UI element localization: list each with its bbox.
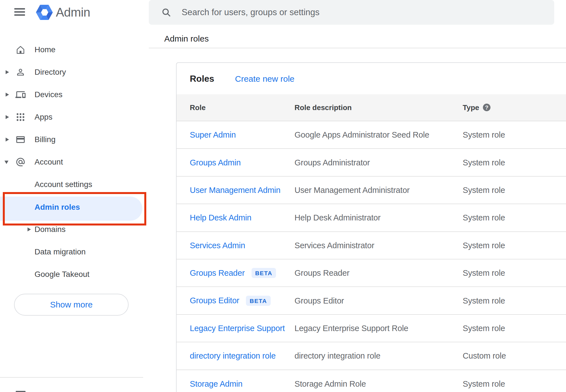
home-icon bbox=[15, 45, 26, 55]
role-description: Storage Admin Role bbox=[295, 379, 366, 388]
table-row: Groups ReaderBETA Groups Reader System r… bbox=[177, 259, 566, 287]
sidebar-item-label: Directory bbox=[35, 68, 66, 77]
search-icon bbox=[161, 7, 171, 17]
role-description: Groups Editor bbox=[295, 296, 344, 305]
table-header-row: Role Role description Type ? bbox=[177, 94, 566, 121]
column-header-type: Type bbox=[463, 103, 479, 112]
devices-icon bbox=[15, 90, 26, 100]
apps-grid-icon bbox=[15, 112, 26, 122]
role-description: Help Desk Administrator bbox=[295, 213, 380, 222]
person-icon bbox=[15, 67, 26, 77]
sidebar-item-admin-roles[interactable]: Admin roles bbox=[0, 196, 149, 218]
show-more-button[interactable]: Show more bbox=[14, 294, 129, 316]
role-type: System role bbox=[463, 268, 505, 278]
expand-arrow-icon[interactable] bbox=[6, 115, 9, 119]
create-new-role-link[interactable]: Create new role bbox=[235, 74, 295, 84]
table-row: Groups Admin Groups Administrator System… bbox=[177, 149, 566, 176]
sidebar-item-devices[interactable]: Devices bbox=[0, 83, 149, 106]
table-row: Groups EditorBETA Groups Editor System r… bbox=[177, 287, 566, 314]
sidebar-item-google-takeout[interactable]: Google Takeout bbox=[0, 263, 149, 286]
table-row: Storage Admin Storage Admin Role System … bbox=[177, 370, 566, 392]
role-description: Google Apps Administrator Seed Role bbox=[295, 130, 429, 140]
sidebar-item-label: Billing bbox=[35, 135, 56, 144]
search-bar[interactable]: Search for users, groups or settings bbox=[149, 0, 554, 25]
role-type: System role bbox=[463, 158, 505, 167]
column-header-role-description: Role description bbox=[295, 103, 352, 112]
role-description: Groups Administrator bbox=[295, 158, 370, 167]
role-link-text[interactable]: Groups Editor bbox=[190, 296, 239, 305]
role-description: User Management Administrator bbox=[295, 185, 410, 195]
sidebar-item-directory[interactable]: Directory bbox=[0, 61, 149, 83]
role-link[interactable]: directory integration role bbox=[190, 351, 276, 361]
expand-arrow-icon[interactable] bbox=[6, 70, 9, 74]
credit-card-icon bbox=[15, 135, 26, 145]
roles-table-body: Super Admin Google Apps Administrator Se… bbox=[177, 121, 566, 392]
beta-badge: BETA bbox=[252, 268, 276, 278]
sidebar-item-home[interactable]: Home bbox=[0, 38, 149, 61]
role-link-text[interactable]: Groups Reader bbox=[190, 268, 245, 278]
table-row: Super Admin Google Apps Administrator Se… bbox=[177, 121, 566, 149]
sidebar-bottom-divider bbox=[0, 377, 143, 378]
menu-hamburger-icon[interactable] bbox=[14, 8, 25, 16]
column-header-role: Role bbox=[190, 103, 206, 112]
role-description: Groups Reader bbox=[295, 268, 350, 278]
role-type: System role bbox=[463, 323, 505, 333]
sidebar-item-label: Devices bbox=[35, 90, 63, 99]
role-link[interactable]: User Management Admin bbox=[190, 185, 280, 195]
table-row: Legacy Enterprise Support Legacy Enterpr… bbox=[177, 315, 566, 342]
role-type: System role bbox=[463, 185, 505, 195]
role-type: System role bbox=[463, 379, 505, 388]
sidebar-item-label: Domains bbox=[35, 225, 65, 234]
role-link[interactable]: Groups ReaderBETA bbox=[190, 268, 276, 278]
roles-card: Roles Create new role Role Role descript… bbox=[176, 62, 566, 392]
role-type: System role bbox=[463, 241, 505, 250]
app-title: Admin bbox=[56, 0, 90, 25]
role-link[interactable]: Groups Admin bbox=[190, 158, 241, 167]
role-link[interactable]: Services Admin bbox=[190, 241, 245, 250]
role-type: System role bbox=[463, 296, 505, 305]
role-type: Custom role bbox=[463, 351, 506, 361]
expand-arrow-icon[interactable] bbox=[6, 138, 9, 142]
table-row: Services Admin Services Administrator Sy… bbox=[177, 232, 566, 259]
table-row: directory integration role directory int… bbox=[177, 342, 566, 370]
role-link[interactable]: Super Admin bbox=[190, 130, 236, 140]
help-icon[interactable]: ? bbox=[483, 104, 490, 111]
role-link[interactable]: Help Desk Admin bbox=[190, 213, 251, 222]
sidebar-item-label: Data migration bbox=[35, 247, 86, 256]
role-type: System role bbox=[463, 130, 505, 140]
sidebar-item-label: Home bbox=[35, 45, 56, 54]
role-link[interactable]: Groups EditorBETA bbox=[190, 296, 271, 306]
sidebar-item-billing[interactable]: Billing bbox=[0, 128, 149, 151]
google-admin-logo bbox=[36, 4, 53, 20]
sidebar-item-label: Admin roles bbox=[35, 203, 80, 212]
table-row: User Management Admin User Management Ad… bbox=[177, 177, 566, 204]
beta-badge: BETA bbox=[246, 296, 271, 306]
expand-arrow-icon[interactable] bbox=[6, 93, 9, 97]
sidebar-item-apps[interactable]: Apps bbox=[0, 106, 149, 128]
table-row: Help Desk Admin Help Desk Administrator … bbox=[177, 204, 566, 232]
role-type: System role bbox=[463, 213, 505, 222]
search-input[interactable]: Search for users, groups or settings bbox=[182, 7, 319, 17]
role-description: Legacy Enterprise Support Role bbox=[295, 323, 408, 333]
role-description: directory integration role bbox=[295, 351, 380, 361]
sidebar-item-data-migration[interactable]: Data migration bbox=[0, 241, 149, 263]
card-title: Roles bbox=[190, 74, 214, 84]
sidebar-item-domains[interactable]: Domains bbox=[0, 218, 149, 241]
collapse-arrow-icon[interactable] bbox=[4, 161, 8, 164]
sidebar-item-account[interactable]: Account bbox=[0, 151, 149, 173]
sidebar-item-label: Account settings bbox=[35, 180, 92, 189]
role-link[interactable]: Storage Admin bbox=[190, 379, 243, 388]
at-sign-icon bbox=[15, 157, 26, 167]
expand-arrow-icon[interactable] bbox=[28, 227, 31, 231]
sidebar-item-label: Account bbox=[35, 158, 63, 167]
role-link[interactable]: Legacy Enterprise Support bbox=[190, 323, 285, 333]
sidebar-item-label: Google Takeout bbox=[35, 270, 90, 279]
role-description: Services Administrator bbox=[295, 241, 374, 250]
sidebar-item-account-settings[interactable]: Account settings bbox=[0, 173, 149, 196]
header-divider bbox=[149, 48, 566, 48]
sidebar-item-label: Apps bbox=[35, 113, 53, 122]
clipped-sidebar-icon bbox=[16, 391, 26, 392]
breadcrumb: Admin roles bbox=[164, 34, 209, 43]
